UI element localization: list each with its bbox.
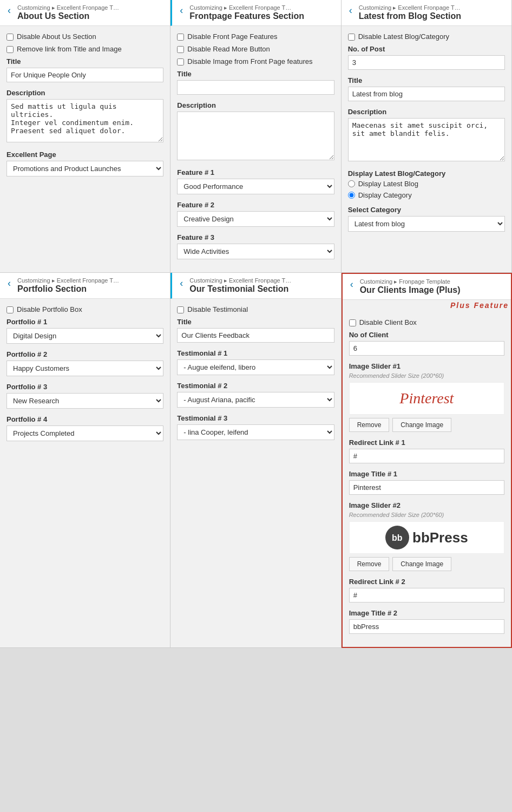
testimonial2-label: Testimonial # 2 <box>177 382 334 390</box>
display-category-radio-label: Display Category <box>358 191 412 199</box>
portfolio3-select[interactable]: New Research <box>6 393 163 409</box>
remove-slider2-button[interactable]: Remove <box>349 557 390 571</box>
select-category-select[interactable]: Latest from blog <box>348 216 505 232</box>
change-slider1-button[interactable]: Change Image <box>392 418 451 432</box>
panel-about-us: ‹ Customizing ▸ Excellent Fronpage T… Ab… <box>0 0 170 273</box>
back-button-about-us[interactable]: ‹ <box>5 5 13 15</box>
feature1-group: Feature # 1 Good Performance <box>177 168 334 194</box>
back-button-portfolio[interactable]: ‹ <box>5 278 13 288</box>
panel-portfolio-body: Disable Portfolio Box Portfolio # 1 Digi… <box>0 299 170 647</box>
title-portfolio: Portfolio Section <box>17 284 119 294</box>
back-button-clients[interactable]: ‹ <box>348 279 356 289</box>
features-title-input[interactable] <box>177 80 334 95</box>
portfolio2-select[interactable]: Happy Customers <box>6 361 163 376</box>
portfolio3-label: Portfolio # 3 <box>6 383 163 391</box>
image-title1-input[interactable] <box>349 480 504 495</box>
panel-clients-image: ‹ Customizing ▸ Fronpage Template Our Cl… <box>342 273 512 648</box>
excellent-page-select[interactable]: Promotions and Product Launches <box>6 161 163 176</box>
disable-readmore-checkbox[interactable] <box>177 46 184 53</box>
bbpress-image: bb bbPress <box>349 521 504 554</box>
panel-blog-header: ‹ Customizing ▸ Excellent Fronpage T… La… <box>342 0 511 26</box>
no-of-post-label: No. of Post <box>348 45 505 53</box>
image-title2-input[interactable] <box>349 619 504 634</box>
title-input[interactable] <box>6 68 163 82</box>
panel-portfolio: ‹ Customizing ▸ Excellent Fronpage T… Po… <box>0 273 170 648</box>
excellent-page-field-group: Excellent Page Promotions and Product La… <box>6 150 163 176</box>
blog-title-input[interactable] <box>348 87 505 101</box>
portfolio2-group: Portfolio # 2 Happy Customers <box>6 350 163 376</box>
features-desc-group: Description <box>177 101 334 162</box>
back-button-features[interactable]: ‹ <box>178 5 185 15</box>
feature1-select[interactable]: Good Performance <box>177 179 334 194</box>
testimonial1-select[interactable]: - Augue eleifend, libero <box>177 359 334 375</box>
testimonial1-label: Testimonial # 1 <box>177 349 334 357</box>
testimonial-title-input[interactable] <box>177 328 334 343</box>
portfolio1-label: Portfolio # 1 <box>6 318 163 326</box>
back-button-blog[interactable]: ‹ <box>347 5 355 15</box>
remove-link-checkbox[interactable] <box>6 46 14 53</box>
change-slider2-button[interactable]: Change Image <box>392 557 451 571</box>
image-slider2-label: Image Slider #2 <box>349 501 504 509</box>
portfolio1-select[interactable]: Digital Design <box>6 328 163 344</box>
display-latest-radio-label: Display Latest Blog <box>358 180 418 188</box>
no-of-post-input[interactable] <box>348 55 505 70</box>
breadcrumb-features: Customizing ▸ Excellent Fronpage T… <box>189 4 304 11</box>
portfolio4-group: Portfolio # 4 Projects Completed <box>6 415 163 441</box>
testimonial3-group: Testimonial # 3 - lina Cooper, leifend <box>177 414 334 440</box>
remove-link-label: Remove link from Title and Image <box>17 45 122 53</box>
feature2-label: Feature # 2 <box>177 201 334 209</box>
image-slider1-label: Image Slider #1 <box>349 362 504 370</box>
description-label: Description <box>6 89 163 97</box>
panel-portfolio-header: ‹ Customizing ▸ Excellent Fronpage T… Po… <box>0 273 170 299</box>
image-slider2-sublabel: Recommended Slider Size (200*60) <box>349 512 504 518</box>
disable-latest-checkbox[interactable] <box>348 34 355 41</box>
disable-front-checkbox[interactable] <box>177 34 184 41</box>
select-category-group: Select Category Latest from blog <box>348 206 505 232</box>
disable-client-checkbox[interactable] <box>349 319 356 326</box>
features-desc-textarea[interactable] <box>177 112 334 160</box>
disable-img-checkbox[interactable] <box>177 58 184 66</box>
features-title-label: Title <box>177 70 334 78</box>
back-button-testimonial[interactable]: ‹ <box>178 278 185 288</box>
redirect-link1-input[interactable] <box>349 449 504 463</box>
feature3-select[interactable]: Wide Activities <box>177 244 334 259</box>
main-grid: ‹ Customizing ▸ Excellent Fronpage T… Ab… <box>0 0 512 648</box>
title-clients: Our Clients Image (Plus) <box>360 285 461 295</box>
description-field-group: Description Sed mattis ut ligula quis ul… <box>6 89 163 144</box>
display-latest-radio[interactable] <box>348 180 355 187</box>
pinterest-image: Pinterest <box>349 382 504 415</box>
description-textarea[interactable]: Sed mattis ut ligula quis ultricies. Int… <box>6 99 163 142</box>
disable-testimonial-label: Disable Testimonial <box>187 305 248 313</box>
panel-clients-header: ‹ Customizing ▸ Fronpage Template Our Cl… <box>343 274 511 300</box>
portfolio2-label: Portfolio # 2 <box>6 350 163 358</box>
blog-desc-textarea[interactable]: Maecenas sit amet suscipit orci, sit ame… <box>348 118 505 161</box>
panel-features-body: Disable Front Page Features Disable Read… <box>170 26 340 272</box>
no-of-post-group: No. of Post <box>348 45 505 70</box>
title-features: Frontpage Features Section <box>189 11 304 21</box>
disable-about-us-label: Disable About Us Section <box>17 32 96 41</box>
redirect-link2-label: Redirect Link # 2 <box>349 578 504 586</box>
display-category-radio[interactable] <box>348 192 355 199</box>
testimonial-title-label: Title <box>177 318 334 326</box>
panel-blog-body: Disable Latest Blog/Category No. of Post… <box>342 26 511 272</box>
breadcrumb-clients: Customizing ▸ Fronpage Template <box>360 278 461 285</box>
plus-feature-label: Plus Feature <box>343 300 511 312</box>
no-of-client-input[interactable] <box>349 341 504 356</box>
redirect-link2-input[interactable] <box>349 588 504 603</box>
image-title2-group: Image Title # 2 <box>349 609 504 634</box>
svg-text:bb: bb <box>392 533 403 542</box>
breadcrumb-about-us: Customizing ▸ Excellent Fronpage T… <box>17 4 119 11</box>
disable-about-us-checkbox[interactable] <box>6 34 14 41</box>
disable-portfolio-checkbox[interactable] <box>6 306 14 313</box>
testimonial2-group: Testimonial # 2 - August Ariana, pacific <box>177 382 334 408</box>
disable-testimonial-checkbox[interactable] <box>177 306 184 313</box>
features-desc-label: Description <box>177 101 334 109</box>
feature2-select[interactable]: Creative Design <box>177 211 334 227</box>
portfolio4-select[interactable]: Projects Completed <box>6 425 163 441</box>
image-title2-label: Image Title # 2 <box>349 609 504 617</box>
bbpress-text: bbPress <box>412 529 468 546</box>
testimonial2-select[interactable]: - August Ariana, pacific <box>177 392 334 408</box>
remove-slider1-button[interactable]: Remove <box>349 418 390 432</box>
testimonial3-select[interactable]: - lina Cooper, leifend <box>177 424 334 440</box>
panel-frontpage-features: ‹ Customizing ▸ Excellent Fronpage T… Fr… <box>170 0 341 273</box>
